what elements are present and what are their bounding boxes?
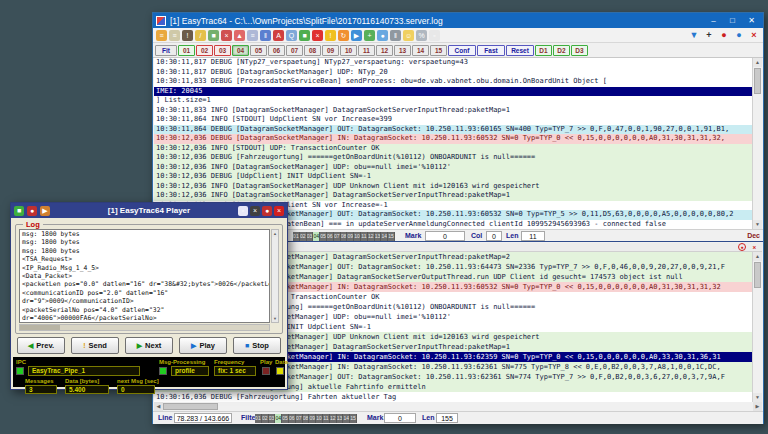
- edit-pencil-icon[interactable]: /: [195, 30, 206, 41]
- mini-tab[interactable]: 12: [330, 414, 337, 423]
- minimize-button[interactable]: –: [705, 15, 722, 27]
- filter-icon[interactable]: ▼: [688, 29, 700, 41]
- mini-tab[interactable]: 06: [289, 414, 296, 423]
- mini-tab[interactable]: 09: [309, 414, 316, 423]
- log-line[interactable]: 10:30:11,864 INFO [STDOUT] UdpClient SN …: [154, 115, 762, 125]
- log-line[interactable]: 10:30:12,036 INFO [DatagramSocketManager…: [154, 182, 762, 192]
- cut-icon[interactable]: %: [416, 30, 427, 41]
- player-log-line[interactable]: <communicationID pos="2.0" datlen="16": [20, 289, 269, 297]
- mini-tab[interactable]: 03: [307, 232, 314, 241]
- filter-tab[interactable]: 14: [412, 45, 429, 56]
- scroll-left-icon[interactable]: ◀: [154, 402, 163, 411]
- player-log-line[interactable]: <TSA_Request>: [20, 255, 269, 263]
- mini-tab[interactable]: 13: [375, 232, 382, 241]
- player-close-icon[interactable]: ×: [274, 206, 284, 216]
- filter-tab[interactable]: 08: [304, 45, 321, 56]
- mini-tab[interactable]: 02: [300, 232, 307, 241]
- font-icon[interactable]: A: [273, 30, 284, 41]
- search-icon[interactable]: Q: [286, 30, 297, 41]
- scroll-up-icon[interactable]: ▲: [753, 58, 762, 67]
- mini-tab[interactable]: 01: [255, 414, 262, 423]
- mini-tab[interactable]: 11: [361, 232, 368, 241]
- split-view-icon[interactable]: ‖: [260, 30, 271, 41]
- player-log-line[interactable]: dr="4006">00000FA6</packetSerialNo>: [20, 314, 269, 322]
- player-log-line[interactable]: msg: 1800 bytes: [20, 238, 269, 246]
- copy-icon[interactable]: ≡: [247, 30, 258, 41]
- player-log-line[interactable]: <packetLen pos="0.0" datlen="16" dr="38&…: [20, 280, 269, 288]
- filter-tab[interactable]: 12: [376, 45, 393, 56]
- scroll-down-icon[interactable]: ▼: [272, 315, 278, 322]
- filter-tab[interactable]: Reset: [506, 45, 534, 56]
- mini-tab[interactable]: 08: [303, 414, 310, 423]
- play-button[interactable]: ▶ Play: [179, 337, 227, 354]
- scroll-down-icon[interactable]: ▼: [753, 393, 762, 402]
- filter-tab[interactable]: D3: [571, 45, 588, 56]
- document-red-icon[interactable]: ▲: [234, 30, 245, 41]
- mini-tab[interactable]: 12: [368, 232, 375, 241]
- filter-tab[interactable]: 15: [430, 45, 447, 56]
- log-line[interactable]: 10:30:12,036 INFO [DatagramSocketManager…: [154, 163, 762, 173]
- scroll-right-icon[interactable]: ▶: [753, 402, 762, 411]
- filter-tab[interactable]: Conf: [448, 45, 476, 56]
- new-document-icon[interactable]: ≡: [169, 30, 180, 41]
- open-folder-icon[interactable]: ≡: [156, 30, 167, 41]
- close-button[interactable]: ✕: [743, 15, 760, 27]
- scroll-up-icon[interactable]: ▲: [753, 252, 762, 261]
- send-button[interactable]: ! Send: [71, 337, 119, 354]
- log-line[interactable]: ] List.size=1: [154, 96, 762, 106]
- mini-tab[interactable]: 13: [337, 414, 344, 423]
- msg-processing-field[interactable]: profile: [171, 366, 209, 376]
- mini-tab[interactable]: 05: [282, 414, 289, 423]
- ipc-pipe-field[interactable]: EasyTrac_Pipe_1: [28, 366, 140, 376]
- scrollbar-thumb[interactable]: [20, 325, 60, 330]
- mini-tab[interactable]: 14: [343, 414, 350, 423]
- mini-tab[interactable]: 08: [341, 232, 348, 241]
- filter-tab[interactable]: D2: [553, 45, 570, 56]
- maximize-button[interactable]: □: [724, 15, 741, 27]
- connect-icon[interactable]: !: [182, 30, 193, 41]
- scrollbar-thumb[interactable]: [754, 68, 761, 94]
- player-titlebar[interactable]: ■●▶ [1] EasyTrac64 Player ▫×●×: [11, 203, 287, 218]
- record-pane-icon[interactable]: ●: [738, 243, 746, 251]
- scrollbar-thumb[interactable]: [163, 403, 218, 410]
- mini-tab[interactable]: 14: [381, 232, 388, 241]
- mini-tab[interactable]: 07: [296, 414, 303, 423]
- filter-tab[interactable]: 13: [394, 45, 411, 56]
- mini-tab[interactable]: 03: [269, 414, 276, 423]
- scroll-down-icon[interactable]: ▼: [753, 220, 762, 229]
- player-log-scrollbar[interactable]: ▲ ▼: [271, 229, 279, 323]
- player-log-line[interactable]: <packetSerialNo pos="4.0" datlen="32": [20, 306, 269, 314]
- player-log-line[interactable]: dr="9">0009</communicationID>: [20, 297, 269, 305]
- filter-tab[interactable]: 04: [232, 45, 249, 56]
- vertical-scrollbar-bottom[interactable]: ▲ ▼: [752, 252, 762, 402]
- mini-tab[interactable]: 07: [334, 232, 341, 241]
- filter-tab[interactable]: 10: [340, 45, 357, 56]
- filter-tab[interactable]: Fit: [155, 45, 177, 56]
- clock-icon[interactable]: ●: [377, 30, 388, 41]
- pin-icon[interactable]: +: [703, 29, 715, 41]
- filter-tab[interactable]: 02: [196, 45, 213, 56]
- player-warn-icon[interactable]: ●: [262, 206, 272, 216]
- player-pin-icon[interactable]: ●: [27, 206, 37, 216]
- record-icon[interactable]: ●: [718, 29, 730, 41]
- log-line[interactable]: 10:30:16,036 DEBUG [Fahrzeugortung] Fahr…: [154, 392, 762, 402]
- log-line[interactable]: 10:30:11,864 DEBUG [DatagramSocketManage…: [154, 125, 762, 135]
- log-line[interactable]: 10:30:12,036 DEBUG [DatagramSocketManage…: [154, 134, 762, 144]
- player-send-icon[interactable]: ▶: [40, 206, 50, 216]
- filter-tab[interactable]: Fast: [477, 45, 505, 56]
- scrollbar-track[interactable]: [218, 402, 753, 411]
- refresh-icon[interactable]: ↻: [338, 30, 349, 41]
- mini-tab[interactable]: 02: [262, 414, 269, 423]
- filter-tab[interactable]: 09: [322, 45, 339, 56]
- blank-doc-icon[interactable]: ▫: [429, 30, 440, 41]
- log-line[interactable]: 10:30:11,817 DEBUG [NTyp27_verspaetung] …: [154, 58, 762, 68]
- log-line[interactable]: 10:30:12,036 DEBUG [UdpClient] INIT UdpC…: [154, 172, 762, 182]
- log-line[interactable]: 10:30:11,817 DEBUG [DatagramSocketManage…: [154, 68, 762, 78]
- player-log[interactable]: msg: 1800 bytesmsg: 1800 bytesmsg: 1800 …: [19, 229, 270, 323]
- player-log-line[interactable]: msg: 1800 bytes: [20, 247, 269, 255]
- mini-tab[interactable]: 09: [347, 232, 354, 241]
- screen-green-icon[interactable]: ■: [299, 30, 310, 41]
- mini-tab[interactable]: 15: [388, 232, 395, 241]
- mini-tab[interactable]: 05: [320, 232, 327, 241]
- filter-tab[interactable]: 11: [358, 45, 375, 56]
